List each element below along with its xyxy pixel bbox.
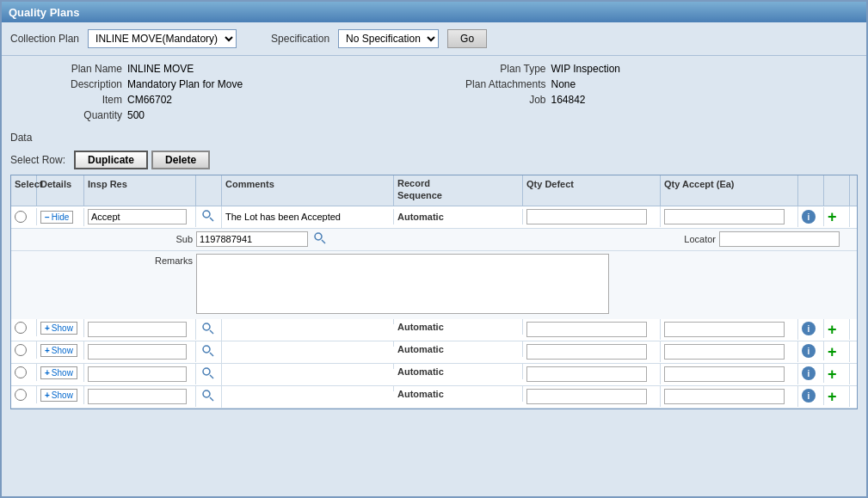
specification-label: Specification (271, 33, 329, 45)
row-3-insp-res-input[interactable] (88, 344, 187, 360)
job-value: 164842 (551, 94, 586, 106)
row-4-search-button[interactable] (200, 366, 217, 383)
row-1-main: − Hide The Lot has been (11, 206, 857, 229)
row-5-add-button[interactable]: + (828, 389, 837, 404)
info-icon: i (802, 366, 816, 380)
quantity-row: Quantity 500 (19, 108, 426, 123)
row-3-show-button[interactable]: + Show (40, 344, 77, 357)
row-2-add-button[interactable]: + (828, 322, 837, 337)
item-value: CM66702 (127, 94, 172, 106)
row-2-show-button[interactable]: + Show (40, 322, 77, 335)
row-4-add-button[interactable]: + (828, 366, 837, 382)
plus-icon: + (45, 346, 50, 355)
search-icon (201, 209, 215, 223)
row-5-info-cell: i (798, 386, 824, 406)
row-4-radio[interactable] (15, 366, 27, 378)
row-1-comments-cell: The Lot has been Accepted (222, 209, 394, 224)
row-4-details-cell: + Show (37, 364, 84, 382)
row-1-search-button[interactable] (200, 209, 217, 225)
row-1-sub-row: Sub Locator (11, 229, 857, 251)
row-3-radio[interactable] (15, 344, 27, 356)
row-3-add-button[interactable]: + (828, 344, 837, 360)
row-5-add-cell: + (824, 386, 850, 407)
row-1-insp-res-input[interactable] (88, 209, 187, 224)
row-3-search-button[interactable] (200, 344, 217, 360)
row-2-search-button[interactable] (200, 322, 217, 338)
row-3-info-button[interactable]: i (802, 344, 816, 359)
row-3-qty-defect-input[interactable] (526, 344, 647, 360)
row-1-qty-defect-input[interactable] (526, 209, 647, 224)
collection-plan-select[interactable]: INLINE MOVE(Mandatory) (88, 29, 237, 48)
row-2-record-sequence: Automatic (397, 322, 444, 332)
row-4-show-label: Show (52, 368, 73, 378)
row-4-info-button[interactable]: i (802, 366, 816, 381)
row-2-insp-res-input[interactable] (88, 322, 187, 337)
info-icon: i (802, 389, 816, 403)
duplicate-button[interactable]: Duplicate (74, 151, 148, 169)
header-insp-res: Insp Res (84, 175, 196, 206)
row-1-qty-accept-input[interactable] (664, 209, 785, 224)
row-1-select-cell (11, 208, 37, 225)
row-1-info-button[interactable]: i (802, 210, 816, 224)
item-label: Item (19, 94, 122, 106)
sub-input-container (196, 231, 342, 248)
row-3-insp-res-cell (84, 341, 196, 362)
row-3-record-sequence: Automatic (397, 344, 444, 354)
row-1-radio[interactable] (15, 211, 27, 223)
row-2-qty-defect-input[interactable] (526, 322, 647, 337)
row-3-qty-defect-cell (523, 341, 661, 362)
delete-button[interactable]: Delete (151, 151, 210, 169)
plan-attachments-value: None (551, 78, 576, 90)
svg-line-11 (210, 397, 213, 401)
plan-attachments-label: Plan Attachments (443, 78, 546, 90)
table-row: − Hide The Lot has been (11, 206, 857, 319)
svg-line-5 (210, 330, 213, 334)
row-1-hide-button[interactable]: − Hide (40, 211, 73, 224)
row-5-show-button[interactable]: + Show (40, 389, 77, 402)
header-comments: Comments (222, 175, 394, 206)
info-icon: i (802, 344, 816, 358)
row-5-info-button[interactable]: i (802, 389, 816, 403)
row-1-sub-search-button[interactable] (311, 231, 329, 248)
window-title: Quality Plans (9, 6, 79, 19)
row-4-show-button[interactable]: + Show (40, 366, 77, 379)
row-2-insp-res-cell (84, 319, 196, 340)
row-5-qty-defect-input[interactable] (526, 389, 647, 404)
row-1-remarks-textarea[interactable] (196, 254, 609, 314)
row-5-details-cell: + Show (37, 386, 84, 404)
row-2-qty-accept-input[interactable] (664, 322, 785, 337)
row-1-info-cell: i (798, 207, 824, 227)
row-1-sub-input[interactable] (196, 231, 308, 247)
row-1-record-sequence: Automatic (397, 212, 444, 222)
go-button[interactable]: Go (447, 29, 487, 48)
row-2-search-cell (196, 319, 222, 341)
row-3-qty-accept-input[interactable] (664, 344, 785, 360)
row-4-record-sequence: Automatic (397, 366, 444, 377)
row-5-insp-res-input[interactable] (88, 389, 187, 404)
row-5-qty-accept-input[interactable] (664, 389, 785, 404)
locator-label: Locator (633, 234, 719, 244)
row-5-search-button[interactable] (200, 389, 217, 405)
row-1-locator-input[interactable] (719, 231, 840, 247)
add-icon: + (828, 366, 837, 383)
row-2-radio[interactable] (15, 322, 27, 334)
row-4-qty-accept-input[interactable] (664, 366, 785, 382)
select-row-label: Select Row: (10, 154, 65, 166)
row-1-add-button[interactable]: + (828, 209, 837, 224)
specification-select[interactable]: No Specification (338, 29, 439, 48)
row-2-info-button[interactable]: i (802, 322, 816, 336)
row-5-search-cell (196, 386, 222, 408)
plus-icon: + (45, 368, 50, 378)
search-icon (201, 322, 215, 335)
action-bar: Select Row: Duplicate Delete (2, 149, 866, 171)
row-4-qty-defect-input[interactable] (526, 366, 647, 382)
row-4-select-cell (11, 364, 37, 381)
header-select: Select (11, 175, 37, 206)
table-row: + Show Automatic (11, 341, 857, 364)
row-4-add-cell: + (824, 364, 850, 384)
table-row: + Show Automatic (11, 386, 857, 409)
row-5-radio[interactable] (15, 389, 27, 401)
row-3-info-cell: i (798, 341, 824, 361)
minus-icon: − (45, 212, 50, 222)
row-4-insp-res-input[interactable] (88, 366, 187, 382)
